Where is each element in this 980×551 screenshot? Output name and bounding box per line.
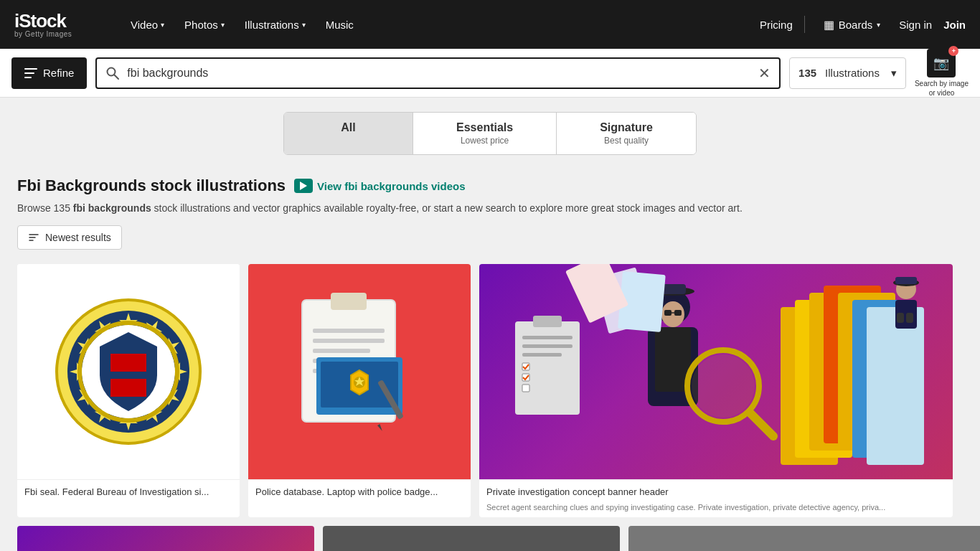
- main-nav: Video ▾ Photos ▾ Illustrations ▾ Music: [122, 13, 738, 37]
- svg-rect-70: [906, 313, 913, 323]
- card-label: Fbi seal. Federal Bureau of Investigatio…: [17, 479, 240, 503]
- chevron-down-icon: ▾: [891, 67, 897, 80]
- chevron-down-icon: ▾: [877, 21, 880, 29]
- svg-line-60: [750, 413, 773, 436]
- svg-rect-69: [897, 313, 904, 323]
- svg-rect-55: [674, 310, 682, 316]
- svg-rect-24: [313, 339, 385, 343]
- search-bar: Refine ✕ 135 Illustrations ▾ 📷 + Search …: [0, 49, 980, 98]
- svg-rect-46: [522, 353, 562, 357]
- clear-icon[interactable]: ✕: [758, 65, 771, 82]
- search-input-wrap: ✕: [95, 57, 781, 89]
- image-grid: Fbi seal. Federal Bureau of Investigatio…: [17, 264, 963, 517]
- svg-line-4: [115, 75, 119, 79]
- boards-icon: ▦: [824, 18, 834, 32]
- nav-photos[interactable]: Photos ▾: [176, 13, 233, 37]
- nav-video[interactable]: Video ▾: [122, 13, 173, 37]
- join-button[interactable]: Join: [943, 19, 966, 31]
- plus-badge: +: [948, 46, 958, 56]
- image-card[interactable]: Private investigation concept banner hea…: [479, 264, 953, 517]
- page-title: Fbi Backgrounds stock illustrations: [17, 176, 286, 195]
- card-label: Private investigation concept banner hea…: [479, 479, 953, 503]
- svg-rect-22: [331, 293, 367, 310]
- police-db-svg: [266, 278, 453, 465]
- image-card[interactable]: Police database. Laptop with police badg…: [248, 264, 471, 517]
- svg-rect-25: [313, 349, 370, 353]
- svg-rect-43: [533, 316, 562, 327]
- svg-point-61: [692, 354, 755, 418]
- result-count-dropdown[interactable]: 135 Illustrations ▾: [789, 57, 906, 89]
- svg-rect-54: [664, 310, 672, 316]
- tab-essentials[interactable]: Essentials Lowest price: [413, 113, 557, 154]
- svg-rect-44: [522, 336, 573, 339]
- play-icon: [294, 179, 313, 193]
- investigation-svg: [494, 264, 938, 479]
- svg-rect-49: [522, 385, 529, 392]
- nav-illustrations[interactable]: Illustrations ▾: [236, 13, 314, 37]
- chevron-down-icon: ▾: [221, 21, 225, 29]
- image-thumb-2: [248, 264, 471, 479]
- tab-signature[interactable]: Signature Best quality: [557, 113, 696, 154]
- image-thumb-1: [17, 264, 240, 479]
- image-card[interactable]: [323, 526, 620, 551]
- camera-icon: 📷 +: [927, 49, 956, 77]
- filter-tabs: All Essentials Lowest price Signature Be…: [283, 112, 697, 155]
- pricing-link[interactable]: Pricing: [760, 19, 793, 31]
- logo-main: iStock: [14, 11, 93, 30]
- svg-rect-1: [24, 72, 34, 74]
- header-right: Pricing ▦ Boards ▾ Sign in Join: [760, 14, 966, 36]
- refine-button[interactable]: Refine: [11, 57, 87, 89]
- svg-rect-45: [522, 344, 573, 348]
- image-card[interactable]: Fbi seal. Federal Bureau of Investigatio…: [17, 264, 240, 517]
- logo[interactable]: iStock by Getty Images: [14, 11, 93, 38]
- refine-icon: [24, 68, 37, 78]
- sort-button[interactable]: Newest results: [17, 225, 122, 250]
- sort-icon: [28, 232, 39, 243]
- divider: [804, 16, 805, 33]
- image-grid-bottom: [17, 526, 963, 551]
- page-title-row: Fbi Backgrounds stock illustrations View…: [17, 176, 963, 195]
- sign-in-button[interactable]: Sign in: [899, 19, 932, 31]
- svg-rect-68: [895, 277, 917, 284]
- header: iStock by Getty Images Video ▾ Photos ▾ …: [0, 0, 980, 49]
- svg-rect-23: [313, 329, 385, 333]
- content-area: Fbi Backgrounds stock illustrations View…: [0, 162, 980, 551]
- nav-music[interactable]: Music: [317, 13, 362, 37]
- image-card[interactable]: [628, 526, 980, 551]
- svg-rect-0: [24, 68, 37, 70]
- video-link[interactable]: View fbi backgrounds videos: [294, 179, 465, 193]
- filter-tabs-wrap: All Essentials Lowest price Signature Be…: [0, 98, 980, 162]
- boards-button[interactable]: ▦ Boards ▾: [816, 14, 888, 36]
- svg-marker-34: [377, 424, 383, 432]
- logo-sub: by Getty Images: [14, 30, 93, 38]
- chevron-down-icon: ▾: [161, 21, 164, 29]
- card-label: Police database. Laptop with police badg…: [248, 479, 471, 503]
- tab-all[interactable]: All: [284, 113, 413, 154]
- search-icon: [105, 66, 120, 80]
- fbi-seal-svg: [50, 293, 207, 451]
- svg-rect-2: [24, 77, 32, 78]
- image-thumb-3: [479, 264, 953, 479]
- search-by-image-button[interactable]: 📷 + Search by imageor video: [915, 49, 969, 98]
- chevron-down-icon: ▾: [302, 21, 306, 29]
- svg-rect-41: [867, 307, 924, 465]
- image-card[interactable]: [17, 526, 314, 551]
- card-sublabel: Secret agent searching clues and spying …: [479, 503, 953, 517]
- page-description: Browse 135 fbi backgrounds stock illustr…: [17, 202, 963, 214]
- search-input[interactable]: [127, 67, 751, 80]
